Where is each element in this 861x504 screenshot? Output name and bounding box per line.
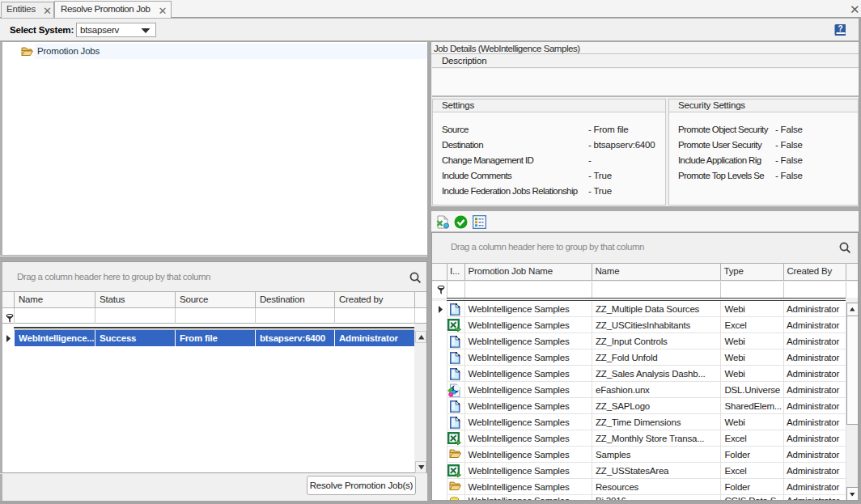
svg-text:?: ? [838, 24, 843, 33]
